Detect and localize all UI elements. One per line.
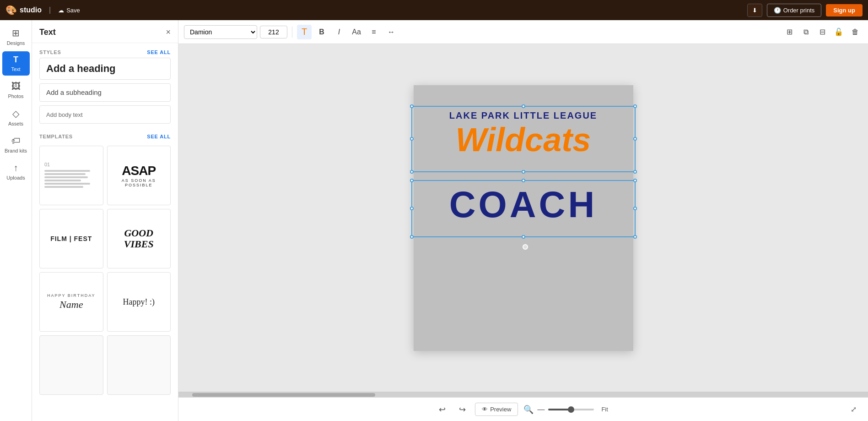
handle-bl[interactable] [410,170,414,174]
template-happy-text: Happy! :) [123,297,155,307]
handle-ml-coach[interactable] [410,207,414,210]
styles-label-text: STYLES [39,49,61,55]
handle-mr[interactable] [633,137,637,141]
add-heading-item[interactable]: Add a heading [39,58,171,80]
canvas-scroll[interactable]: LAKE PARK LITTLE LEAGUE Wildcats [178,44,868,392]
cloud-icon: ☁ [58,7,64,14]
toolbar-separator-1 [292,27,292,38]
handle-bm-coach[interactable] [522,235,525,239]
download-button[interactable]: ⬇ [747,4,762,17]
styles-section-label: STYLES SEE ALL [32,43,178,58]
template-line [44,176,88,178]
fullscreen-button[interactable]: ⤢ [846,402,861,417]
sidebar-label-designs: Designs [7,40,25,46]
font-family-select[interactable]: Damion [184,25,257,39]
redo-button[interactable]: ↪ [455,402,469,417]
add-body-item[interactable]: Add body text [39,105,171,124]
undo-button[interactable]: ↩ [435,402,449,417]
coach-text-block[interactable]: COACH [414,184,633,226]
format-toolbar: Damion T B I Aa ≡ ↔ ⊞ [178,20,868,44]
vibes-line2: VIBES [124,239,154,250]
preview-eye-icon: 👁 [482,406,488,413]
save-button[interactable]: ☁ Save [58,7,80,14]
sidebar-label-photos: Photos [8,93,23,99]
template-line [44,173,86,175]
template-01-num: 01 [44,162,50,167]
spacing-button[interactable]: ↔ [384,25,399,39]
template-card-asap[interactable]: ASAP AS SOON AS POSSIBLE [107,146,171,205]
wildcats-text-block[interactable]: Wildcats [414,123,633,156]
zoom-slider[interactable] [548,409,594,410]
handle-tm[interactable] [522,104,525,108]
preview-button[interactable]: 👁 Preview [475,403,518,416]
bottom-bar: ↩ ↪ 👁 Preview 🔍 — Fit ⤢ [178,397,868,421]
canvas-scrollbar[interactable] [178,392,868,397]
handle-tl-coach[interactable] [410,179,414,182]
bold-button[interactable]: B [314,25,329,39]
handle-br-coach[interactable] [633,235,637,239]
template-card-empty-1[interactable] [39,335,103,395]
delete-button[interactable]: 🗑 [848,25,863,39]
sidebar-item-brand-kits[interactable]: 🏷 Brand kits [2,132,30,157]
zoom-container: 🔍 — Fit [523,404,611,415]
italic-button[interactable]: I [332,25,346,39]
text-color-button[interactable]: T [297,25,312,39]
template-vibes-text: GOOD VIBES [124,228,154,250]
align-center-icon: ⊟ [819,27,825,36]
sidebar-item-uploads[interactable]: ↑ Uploads [2,159,30,184]
styles-see-all-link[interactable]: SEE ALL [147,49,171,55]
copy-button[interactable]: ⧉ [798,25,813,39]
sidebar-label-text: Text [11,66,20,72]
grid-button[interactable]: ⊞ [782,25,797,39]
template-bday-top: HAPPY BIRTHDAY [47,293,96,298]
template-line [44,186,83,188]
case-button[interactable]: Aa [349,25,364,39]
sidebar-item-text[interactable]: T Text [2,51,30,76]
template-card-happy[interactable]: Happy! :) [107,272,171,332]
fullscreen-icon: ⤢ [851,405,857,414]
sidebar-item-assets[interactable]: ◇ Assets [2,104,30,130]
lock-button[interactable]: 🔓 [831,25,846,39]
zoom-search-icon[interactable]: 🔍 [523,405,534,415]
designs-icon: ⊞ [12,27,20,38]
spacing-icon: ↔ [388,28,395,36]
zoom-fit-button[interactable]: Fit [598,404,611,415]
templates-section-label: TEMPLATES SEE ALL [32,127,178,142]
topbar-right-actions: ⬇ 🕐 Order prints Sign up [747,4,863,17]
logo-studio-text: studio [20,6,42,14]
handle-bm[interactable] [522,170,525,174]
design-canvas[interactable]: LAKE PARK LITTLE LEAGUE Wildcats [414,85,633,351]
handle-bl-coach[interactable] [410,235,414,239]
close-panel-button[interactable]: × [166,27,171,37]
align-center-button[interactable]: ⊟ [815,25,830,39]
rotation-cursor[interactable] [523,244,528,250]
handle-tl[interactable] [410,104,414,108]
template-card-bday[interactable]: HAPPY BIRTHDAY Name [39,272,103,332]
align-button[interactable]: ≡ [367,25,381,39]
sidebar-item-photos[interactable]: 🖼 Photos [2,77,30,103]
order-prints-button[interactable]: 🕐 Order prints [767,4,822,17]
template-card-film[interactable]: FILM | FEST [39,209,103,268]
add-subheading-item[interactable]: Add a subheading [39,83,171,102]
sidebar-item-designs[interactable]: ⊞ Designs [2,24,30,49]
template-card-01[interactable]: 01 [39,146,103,205]
text-panel-header: Text × [32,20,178,43]
vibes-line1: GOOD [124,228,154,239]
assets-icon: ◇ [12,108,19,119]
handle-tr[interactable] [633,104,637,108]
handle-br[interactable] [633,170,637,174]
handle-mr-coach[interactable] [633,207,637,210]
font-size-input[interactable] [260,26,287,38]
canvas-scrollbar-thumb[interactable] [192,393,375,397]
templates-see-all-link[interactable]: SEE ALL [147,134,171,139]
template-bday-name: Name [59,299,83,311]
handle-ml[interactable] [410,137,414,141]
handle-tm-coach[interactable] [522,179,525,182]
templates-grid: 01 ASAP AS SOON AS POSSIBLE FILM | FEST [32,142,178,399]
handle-tr-coach[interactable] [633,179,637,182]
template-card-vibes[interactable]: GOOD VIBES [107,209,171,268]
app-logo: 🎨 studio [5,5,42,16]
signup-button[interactable]: Sign up [826,4,863,16]
template-card-empty-2[interactable] [107,335,171,395]
league-text-block[interactable]: LAKE PARK LITTLE LEAGUE [414,110,633,121]
